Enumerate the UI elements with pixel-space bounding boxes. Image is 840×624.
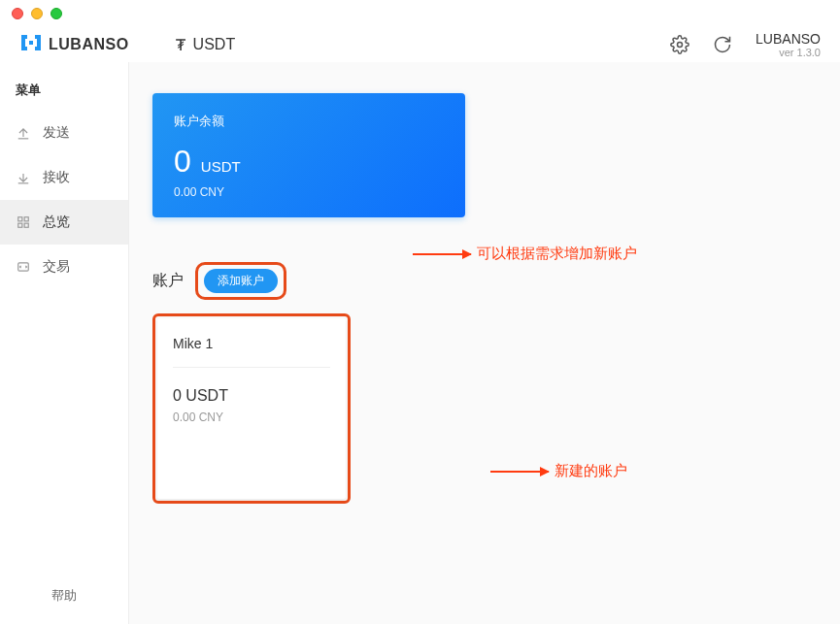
app-name-label: LUBANSO (756, 31, 821, 47)
close-window-button[interactable] (12, 8, 23, 19)
sidebar-item-transactions[interactable]: 交易 (0, 245, 128, 289)
annotation-highlight-card: Mike 1 0 USDT 0.00 CNY (152, 313, 351, 504)
window-titlebar (0, 0, 840, 27)
balance-label: 账户余额 (174, 113, 444, 130)
sidebar-item-overview[interactable]: 总览 (0, 200, 128, 245)
accounts-header: 账户 (152, 271, 184, 291)
svg-rect-6 (18, 223, 22, 227)
maximize-window-button[interactable] (50, 8, 62, 19)
minimize-window-button[interactable] (31, 8, 43, 19)
balance-card: 账户余额 0 USDT 0.00 CNY (152, 93, 465, 217)
download-icon (16, 170, 31, 185)
annotation-2: 新建的账户 (490, 462, 627, 480)
annotation-highlight-add: 添加账户 (195, 262, 286, 300)
help-link[interactable]: 帮助 (0, 587, 128, 605)
settings-button[interactable] (670, 35, 689, 54)
annotation-1: 可以根据需求增加新账户 (413, 245, 637, 263)
main-content: 账户余额 0 USDT 0.00 CNY 账户 添加账户 Mike 1 0 US… (129, 62, 840, 624)
account-card[interactable]: Mike 1 0 USDT 0.00 CNY (157, 318, 346, 499)
logo-text: LUBANSO (49, 36, 129, 53)
menu-title: 菜单 (0, 78, 128, 111)
currency-selector[interactable]: ₮ USDT (176, 36, 236, 54)
refresh-icon (713, 35, 732, 54)
balance-amount: 0 (174, 144, 191, 180)
grid-icon (16, 214, 31, 230)
sidebar-item-label: 总览 (43, 213, 70, 231)
sidebar-item-label: 交易 (43, 258, 70, 276)
version-label: ver 1.3.0 (756, 47, 821, 58)
version-info: LUBANSO ver 1.3.0 (756, 31, 821, 58)
svg-rect-4 (18, 217, 22, 221)
svg-rect-0 (29, 41, 33, 45)
sidebar-item-label: 发送 (43, 124, 70, 142)
balance-cny: 0.00 CNY (174, 185, 444, 199)
add-account-button[interactable]: 添加账户 (204, 269, 278, 293)
arrow-icon (413, 253, 471, 255)
logo-icon (19, 33, 43, 56)
svg-point-1 (678, 43, 683, 48)
divider (173, 367, 330, 368)
account-name: Mike 1 (173, 336, 330, 351)
currency-code: USDT (193, 36, 236, 53)
logo: LUBANSO (19, 33, 129, 56)
account-amount: 0 USDT (173, 387, 330, 405)
gear-icon (670, 35, 689, 54)
sidebar: 菜单 发送 接收 总览 交易 帮助 (0, 62, 129, 624)
arrow-icon (490, 471, 549, 473)
tether-icon: ₮ (176, 36, 185, 54)
account-cny: 0.00 CNY (173, 411, 330, 424)
swap-icon (16, 259, 31, 275)
svg-rect-7 (24, 223, 28, 227)
sidebar-item-label: 接收 (43, 169, 70, 186)
sidebar-item-send[interactable]: 发送 (0, 111, 128, 155)
sidebar-item-receive[interactable]: 接收 (0, 155, 128, 200)
refresh-button[interactable] (713, 35, 732, 54)
svg-rect-5 (24, 217, 28, 221)
topbar: LUBANSO ₮ USDT LUBANSO ver 1.3.0 (0, 27, 840, 62)
upload-icon (16, 125, 31, 141)
annotation-text: 新建的账户 (554, 462, 627, 480)
annotation-text: 可以根据需求增加新账户 (477, 245, 637, 263)
balance-unit: USDT (201, 158, 241, 175)
